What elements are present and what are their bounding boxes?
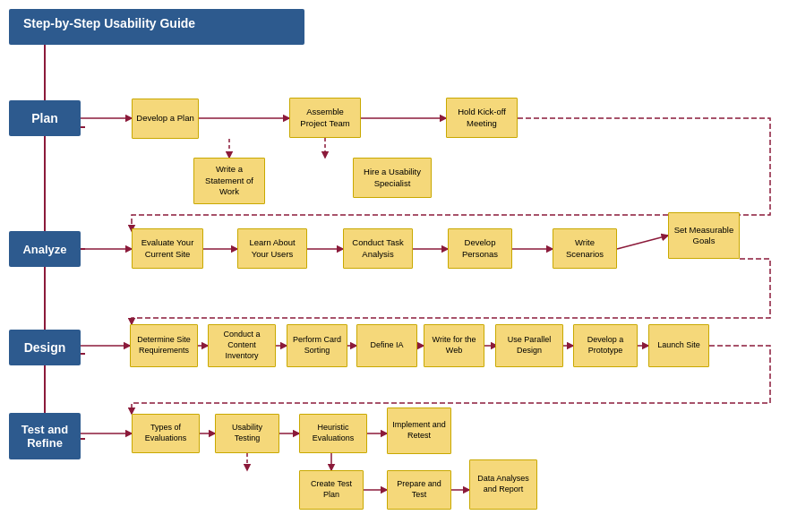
task-write-web: Write for the Web — [424, 324, 484, 367]
task-hold-kickoff: Hold Kick-off Meeting — [446, 98, 518, 138]
svg-line-15 — [617, 236, 668, 249]
task-learn-users: Learn About Your Users — [237, 228, 307, 269]
diagram: Step-by-Step Usability Guide Plan Analyz… — [0, 0, 797, 532]
task-types-eval: Types of Evaluations — [132, 414, 200, 453]
task-create-test-plan: Create Test Plan — [299, 470, 364, 510]
task-card-sorting: Perform Card Sorting — [287, 324, 347, 367]
task-scenarios: Write Scenarios — [553, 228, 617, 269]
task-content-inventory: Conduct a Content Inventory — [208, 324, 276, 367]
task-usability-testing: Usability Testing — [215, 414, 279, 453]
task-measurable-goals: Set Measurable Goals — [668, 212, 740, 259]
task-site-requirements: Determine Site Requirements — [130, 324, 198, 367]
task-data-analyses: Data Analyses and Report — [469, 459, 537, 510]
task-prototype: Develop a Prototype — [573, 324, 638, 367]
phase-design: Design — [9, 330, 81, 365]
task-develop-plan: Develop a Plan — [132, 99, 199, 139]
task-parallel-design: Use Parallel Design — [495, 324, 563, 367]
phase-analyze: Analyze — [9, 231, 81, 267]
task-evaluate-site: Evaluate Your Current Site — [132, 228, 203, 269]
task-hire-specialist: Hire a Usability Specialist — [353, 158, 432, 198]
task-assemble-team: Assemble Project Team — [289, 98, 361, 138]
task-launch-site: Launch Site — [648, 324, 709, 367]
title-box: Step-by-Step Usability Guide — [9, 9, 304, 45]
task-task-analysis: Conduct Task Analysis — [343, 228, 413, 269]
task-implement-retest: Implement and Retest — [387, 408, 451, 454]
task-write-sow: Write a Statement of Work — [193, 158, 265, 204]
phase-test: Test and Refine — [9, 413, 81, 459]
task-prepare-test: Prepare and Test — [387, 470, 451, 510]
task-define-ia: Define IA — [356, 324, 417, 367]
phase-plan: Plan — [9, 100, 81, 136]
task-personas: Develop Personas — [448, 228, 512, 269]
task-heuristic-eval: Heuristic Evaluations — [299, 414, 367, 453]
